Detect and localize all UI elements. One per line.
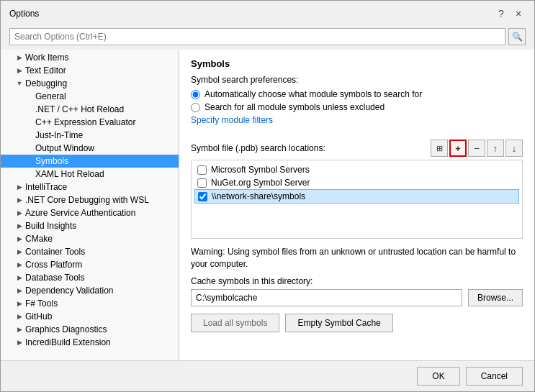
sidebar-item-graphics-diagnostics[interactable]: ▶ Graphics Diagnostics	[1, 323, 179, 336]
sidebar-item-just-in-time[interactable]: Just-In-Time	[1, 129, 179, 142]
location-network-share[interactable]: \\network-share\symbols	[194, 189, 519, 204]
search-icon: 🔍	[512, 32, 523, 42]
up-arrow-icon: ↑	[493, 143, 498, 154]
arrow-icon: ▶	[15, 66, 24, 75]
section-title: Symbols	[191, 58, 523, 69]
add-icon: +	[455, 143, 461, 154]
arrow-icon: ▶	[15, 338, 24, 347]
sidebar-item-label: Dependency Validation	[25, 286, 114, 296]
arrow-icon: ▼	[15, 79, 24, 88]
sidebar-item-label: CMake	[25, 234, 53, 244]
nuget-symbol-label: NuGet.org Symbol Server	[211, 178, 310, 188]
sidebar-item-general[interactable]: General	[1, 90, 179, 103]
remove-icon: −	[474, 143, 480, 154]
search-button[interactable]: 🔍	[508, 28, 526, 45]
network-share-label: \\network-share\symbols	[212, 191, 305, 201]
close-button[interactable]: ×	[511, 6, 526, 21]
titlebar: Options ? ×	[1, 1, 534, 25]
arrow-icon	[25, 144, 34, 152]
radio-all-label: Search for all module symbols unless exc…	[204, 102, 385, 112]
sidebar-item-label: .NET / C++ Hot Reload	[35, 104, 124, 114]
radio-all[interactable]	[191, 103, 200, 112]
sidebar-item-label: XAML Hot Reload	[35, 169, 104, 179]
arrow-icon: ▶	[15, 234, 24, 243]
ms-symbol-checkbox[interactable]	[197, 165, 207, 175]
sidebar-item-label: Graphics Diagnostics	[25, 324, 107, 334]
move-down-button[interactable]: ↓	[505, 140, 523, 157]
sidebar-item-work-items[interactable]: ▶ Work Items	[1, 51, 179, 64]
sidebar-item-debugging[interactable]: ▼ Debugging	[1, 77, 179, 90]
arrow-icon	[25, 105, 34, 114]
search-bar: 🔍	[1, 25, 534, 50]
sidebar-item-cross-platform[interactable]: ▶ Cross Platform	[1, 258, 179, 271]
load-all-symbols-button[interactable]: Load all symbols	[191, 314, 279, 332]
sidebar-item-github[interactable]: ▶ GitHub	[1, 310, 179, 323]
sidebar-item-label: GitHub	[25, 311, 52, 322]
sidebar-item-label: Output Window	[35, 143, 94, 153]
arrow-icon	[25, 170, 34, 178]
sidebar-item-build-insights[interactable]: ▶ Build Insights	[1, 219, 179, 232]
sidebar-item-label: .NET Core Debugging with WSL	[25, 195, 149, 205]
sidebar-item-net-core-wsl[interactable]: ▶ .NET Core Debugging with WSL	[1, 193, 179, 206]
down-arrow-icon: ↓	[512, 143, 517, 154]
sidebar-item-fsharp-tools[interactable]: ▶ F# Tools	[1, 297, 179, 310]
warning-text: Warning: Using symbol files from an unkn…	[191, 246, 523, 270]
arrow-icon: ▶	[15, 299, 24, 308]
location-ms-symbol: Microsoft Symbol Servers	[194, 163, 519, 176]
action-buttons-row: Load all symbols Empty Symbol Cache	[191, 314, 523, 332]
arrow-icon: ▶	[15, 312, 24, 321]
sidebar-item-container-tools[interactable]: ▶ Container Tools	[1, 245, 179, 258]
move-up-button[interactable]: ↑	[487, 140, 504, 157]
ms-symbol-label: Microsoft Symbol Servers	[211, 165, 310, 175]
sidebar-item-label: IncrediBuild Extension	[25, 337, 111, 347]
sidebar-item-cmake[interactable]: ▶ CMake	[1, 232, 179, 245]
sidebar-item-label: F# Tools	[25, 298, 58, 309]
options-dialog: Options ? × 🔍 ▶ Work Items ▶ Text Editor…	[0, 0, 535, 392]
arrow-icon	[25, 131, 34, 140]
radio-auto[interactable]	[191, 90, 200, 99]
load-icon: ⊞	[436, 144, 443, 153]
empty-cache-button[interactable]: Empty Symbol Cache	[285, 314, 392, 332]
sidebar-item-dependency-validation[interactable]: ▶ Dependency Validation	[1, 284, 179, 297]
sidebar-item-incredibuild[interactable]: ▶ IncrediBuild Extension	[1, 336, 179, 349]
cache-label: Cache symbols in this directory:	[191, 276, 523, 286]
specify-filters-link[interactable]: Specify module filters	[191, 115, 273, 125]
sidebar-item-label: Azure Service Authentication	[25, 208, 135, 218]
network-share-checkbox[interactable]	[198, 192, 207, 201]
radio-auto-label: Automatically choose what module symbols…	[204, 89, 422, 99]
arrow-icon: ▶	[15, 286, 24, 295]
help-button[interactable]: ?	[494, 6, 508, 21]
arrow-icon	[25, 92, 34, 101]
sidebar-item-intellitrace[interactable]: ▶ IntelliTrace	[1, 181, 179, 193]
dialog-footer: OK Cancel	[1, 360, 534, 391]
search-input[interactable]	[9, 28, 505, 45]
locations-list: Microsoft Symbol Servers NuGet.org Symbo…	[191, 160, 523, 239]
search-prefs-label: Symbol search preferences:	[191, 75, 523, 85]
sidebar-item-label: Text Editor	[25, 65, 66, 76]
sidebar-item-label: Work Items	[25, 53, 68, 63]
load-from-file-button[interactable]: ⊞	[431, 140, 448, 157]
sidebar-item-label: Container Tools	[25, 247, 85, 257]
ok-button[interactable]: OK	[417, 367, 459, 386]
sidebar-item-output-window[interactable]: Output Window	[1, 142, 179, 155]
browse-button[interactable]: Browse...	[468, 289, 523, 306]
toolbar-buttons: ⊞ + − ↑ ↓	[431, 140, 523, 157]
cancel-button[interactable]: Cancel	[466, 367, 523, 386]
location-nuget-symbol: NuGet.org Symbol Server	[194, 176, 519, 189]
arrow-icon: ▶	[15, 247, 24, 256]
add-button[interactable]: +	[449, 140, 467, 157]
sidebar-item-label: IntelliTrace	[25, 182, 67, 192]
sidebar-item-database-tools[interactable]: ▶ Database Tools	[1, 271, 179, 284]
main-panel: Symbols Symbol search preferences: Autom…	[179, 50, 534, 360]
remove-button[interactable]: −	[468, 140, 485, 157]
sidebar-item-cpp-expression[interactable]: C++ Expression Evaluator	[1, 116, 179, 129]
sidebar-item-text-editor[interactable]: ▶ Text Editor	[1, 64, 179, 77]
sidebar-item-symbols[interactable]: Symbols	[1, 155, 179, 168]
cache-path-input[interactable]	[191, 289, 462, 306]
arrow-icon	[25, 157, 34, 165]
sidebar-item-label: Cross Platform	[25, 260, 82, 270]
sidebar-item-azure-service[interactable]: ▶ Azure Service Authentication	[1, 206, 179, 219]
sidebar-item-xaml-hot-reload[interactable]: XAML Hot Reload	[1, 168, 179, 181]
nuget-symbol-checkbox[interactable]	[197, 178, 207, 188]
sidebar-item-net-hot-reload[interactable]: .NET / C++ Hot Reload	[1, 103, 179, 116]
